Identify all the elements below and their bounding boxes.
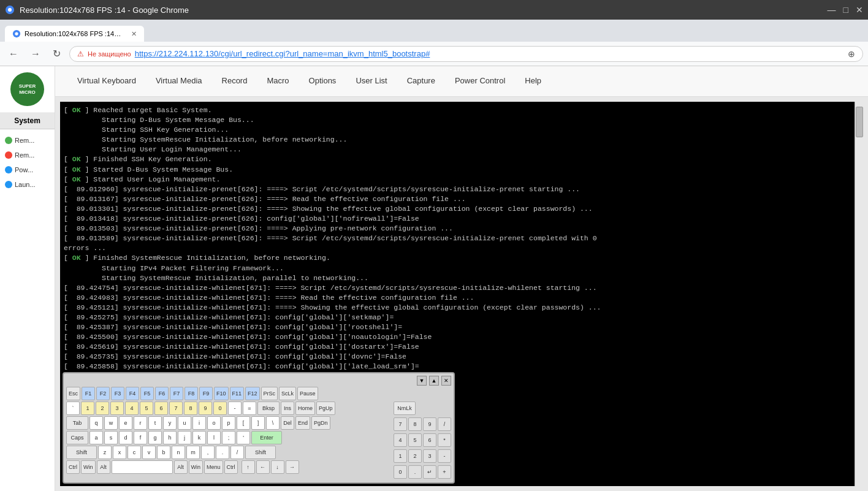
key-semicolon[interactable]: ; <box>222 431 235 444</box>
key-f9[interactable]: F9 <box>199 387 213 400</box>
key-lwin[interactable]: Win <box>81 460 96 474</box>
nav-macro[interactable]: Macro <box>257 66 299 96</box>
key-p[interactable]: p <box>222 416 235 430</box>
key-num-add[interactable]: + <box>438 465 451 479</box>
key-f8[interactable]: F8 <box>185 387 198 400</box>
nav-virtual-keyboard[interactable]: Virtual Keyboard <box>67 66 146 96</box>
key-j[interactable]: j <box>178 431 191 444</box>
key-esc[interactable]: Esc <box>66 387 80 400</box>
key-f10[interactable]: F10 <box>214 387 229 400</box>
key-num-mul[interactable]: * <box>438 433 451 447</box>
key-7[interactable]: 7 <box>169 402 183 415</box>
key-num6[interactable]: 6 <box>423 433 436 447</box>
key-y[interactable]: y <box>163 416 177 430</box>
key-f5[interactable]: F5 <box>140 387 154 400</box>
key-rshift[interactable]: Shift <box>245 446 276 459</box>
key-ralt[interactable]: Alt <box>174 460 188 474</box>
key-pause[interactable]: Pause <box>297 387 318 400</box>
key-f7[interactable]: F7 <box>170 387 183 400</box>
key-8[interactable]: 8 <box>184 402 197 415</box>
key-k[interactable]: k <box>192 431 206 444</box>
forward-button[interactable]: → <box>27 47 44 61</box>
key-o[interactable]: o <box>207 416 221 430</box>
key-num1[interactable]: 1 <box>394 449 407 463</box>
key-scrlk[interactable]: ScLk <box>279 387 296 400</box>
terminal-area[interactable]: [ OK ] Reached target Basic System. Star… <box>60 102 863 486</box>
key-e[interactable]: e <box>119 416 132 430</box>
key-pgdn[interactable]: PgDn <box>311 416 330 430</box>
key-z[interactable]: z <box>98 446 112 459</box>
key-up[interactable]: ↑ <box>242 460 255 474</box>
key-equals[interactable]: = <box>243 402 256 415</box>
key-l[interactable]: l <box>207 431 221 444</box>
key-backtick[interactable]: ` <box>66 402 80 415</box>
key-menu[interactable]: Menu <box>204 460 223 474</box>
key-1[interactable]: 1 <box>81 402 94 415</box>
nav-options[interactable]: Options <box>299 66 346 96</box>
key-minus[interactable]: - <box>228 402 242 415</box>
sidebar-item-3[interactable]: Laun... <box>0 177 55 192</box>
vkb-restore[interactable]: ▲ <box>429 376 439 386</box>
key-g[interactable]: g <box>148 431 162 444</box>
key-comma[interactable]: , <box>201 446 215 459</box>
key-num-sub[interactable]: - <box>438 449 451 463</box>
key-q[interactable]: q <box>89 416 103 430</box>
close-button[interactable]: ✕ <box>856 5 863 15</box>
key-f11[interactable]: F11 <box>230 387 245 400</box>
key-v[interactable]: v <box>142 446 156 459</box>
back-button[interactable]: ← <box>5 47 22 61</box>
key-down[interactable]: ↓ <box>271 460 284 474</box>
key-period[interactable]: . <box>216 446 229 459</box>
nav-user-list[interactable]: User List <box>346 66 397 96</box>
key-6[interactable]: 6 <box>154 402 168 415</box>
minimize-button[interactable]: — <box>828 5 836 15</box>
nav-capture[interactable]: Capture <box>397 66 445 96</box>
key-left[interactable]: ← <box>256 460 270 474</box>
key-backslash[interactable]: \ <box>266 416 280 430</box>
key-num8[interactable]: 8 <box>408 417 422 431</box>
key-del[interactable]: Del <box>281 416 294 430</box>
key-num4[interactable]: 4 <box>394 433 407 447</box>
key-ins[interactable]: Ins <box>281 402 294 415</box>
key-t[interactable]: t <box>148 416 162 430</box>
scrollbar[interactable] <box>855 102 863 486</box>
key-rwin[interactable]: Win <box>189 460 204 474</box>
key-n[interactable]: n <box>172 446 185 459</box>
key-4[interactable]: 4 <box>125 402 139 415</box>
key-f4[interactable]: F4 <box>126 387 139 400</box>
key-num7[interactable]: 7 <box>394 417 407 431</box>
key-backspace[interactable]: Bksp <box>257 402 280 415</box>
translate-icon[interactable]: ⊕ <box>848 49 855 59</box>
key-right[interactable]: → <box>286 460 299 474</box>
nav-power-control[interactable]: Power Control <box>445 66 515 96</box>
key-rbracket[interactable]: ] <box>251 416 265 430</box>
key-tab[interactable]: Tab <box>66 416 88 430</box>
key-a[interactable]: a <box>89 431 103 444</box>
key-b[interactable]: b <box>157 446 170 459</box>
key-c[interactable]: c <box>128 446 141 459</box>
key-5[interactable]: 5 <box>140 402 153 415</box>
vkb-minimize[interactable]: ▼ <box>417 376 427 386</box>
key-lshift[interactable]: Shift <box>66 446 97 459</box>
key-numlk[interactable]: NmLk <box>394 402 416 415</box>
key-w[interactable]: w <box>104 416 118 430</box>
key-f2[interactable]: F2 <box>96 387 110 400</box>
url-input-area[interactable]: ⚠ Не защищено https://212.224.112.130/cg… <box>69 46 863 62</box>
key-s[interactable]: s <box>104 431 118 444</box>
key-h[interactable]: h <box>163 431 177 444</box>
key-rctrl[interactable]: Ctrl <box>224 460 238 474</box>
key-2[interactable]: 2 <box>96 402 109 415</box>
scroll-thumb[interactable] <box>856 107 863 137</box>
key-pgup[interactable]: PgUp <box>316 402 335 415</box>
key-num9[interactable]: 9 <box>423 417 436 431</box>
key-f1[interactable]: F1 <box>82 387 95 400</box>
key-m[interactable]: m <box>186 446 200 459</box>
key-i[interactable]: i <box>192 416 206 430</box>
key-num3[interactable]: 3 <box>423 449 436 463</box>
nav-help[interactable]: Help <box>515 66 551 96</box>
key-lbracket[interactable]: [ <box>237 416 250 430</box>
key-num-dot[interactable]: . <box>408 465 422 479</box>
key-f3[interactable]: F3 <box>111 387 124 400</box>
key-caps[interactable]: Caps <box>66 431 88 444</box>
tab-close-button[interactable]: ✕ <box>131 30 137 38</box>
